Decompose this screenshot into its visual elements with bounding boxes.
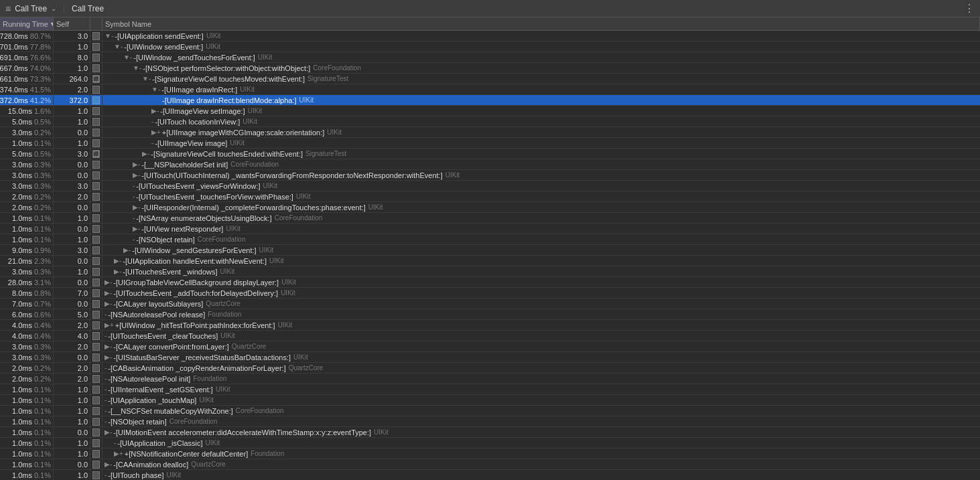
table-row[interactable]: 1.0ms0.1%0.0▶- -[UIView nextResponder]UI… [0,224,980,234]
table-row[interactable]: 7.0ms0.7%0.0▶- -[CALayer layoutSublayers… [0,299,980,309]
table-row[interactable]: 1.0ms0.1%1.0- -[UIImageView image]UIKit [0,138,980,149]
table-row[interactable]: 701.0ms77.8%1.0▼- -[UIWindow sendEvent:]… [0,42,980,52]
symbol-name-text: -[UIImage drawInRect:] [161,86,237,94]
cell-self: 4.0 [54,331,90,341]
cell-icon [90,277,102,287]
table-row[interactable]: 3.0ms0.3%0.0▶- -[UIStatusBarServer _rece… [0,352,980,363]
table-row[interactable]: 4.0ms0.4%2.0▶+ +[UIWindow _hitTestToPoin… [0,320,980,331]
symbol-name-text: -[UIImageView setImage:] [160,107,244,115]
table-row[interactable]: 21.0ms2.3%0.0▶- -[UIApplication handleEv… [0,256,980,266]
table-row[interactable]: 1.0ms0.1%0.0▶- -[CAAnimation dealloc]Qua… [0,459,980,470]
table-row[interactable]: 661.0ms73.3%264.0⬛▼- -[SignatureViewCell… [0,74,980,84]
lib-label: Foundation [193,375,226,382]
table-row[interactable]: 1.0ms0.1%1.0- -[__NSCFSet mutableCopyWit… [0,406,980,416]
cell-icon [90,395,102,405]
table-row[interactable]: 3.0ms0.3%3.0- -[UITouchesEvent _viewsFor… [0,181,980,191]
cell-icon [90,31,102,41]
cell-icon [90,84,102,94]
cell-running-time: 661.0ms73.3% [0,74,54,84]
col-header-self[interactable]: Self [54,17,90,30]
cell-symbol: - -[UIApplication _isClassic]UIKit [102,438,980,448]
cell-symbol: ▶- -[UITouchesEvent _windows]UIKit [102,266,980,276]
table-row[interactable]: 2.0ms0.2%2.0- -[NSAutoreleasePool init]F… [0,374,980,384]
chevron-down-icon[interactable]: ⌄ [51,5,56,12]
table-row[interactable]: 3.0ms0.2%0.0▶+ +[UIImage imageWithCGImag… [0,127,980,138]
table-row[interactable]: 1.0ms0.1%1.0- -[UIApplication _isClassic… [0,438,980,449]
cell-symbol: - -[UITouch phase]UIKit [102,470,980,480]
cell-icon [90,352,102,362]
tree-prefix-icon: - [133,182,135,189]
table-row[interactable]: 5.0ms0.5%1.0- -[UITouch locationInView:]… [0,116,980,127]
menu-icon[interactable]: ≡ [5,3,11,14]
table-row[interactable]: 5.0ms0.5%3.0⬛▶- -[SignatureViewCell touc… [0,149,980,159]
table-row[interactable]: 374.0ms41.5%2.0▼- -[UIImage drawInRect:]… [0,84,980,95]
cell-symbol: ▶- -[CAAnimation dealloc]QuartzCore [102,459,980,469]
table-row[interactable]: 372.0ms41.2%372.0 -[UIImage drawInRect:b… [0,95,980,106]
cell-icon [90,234,102,244]
table-row[interactable]: 28.0ms3.1%0.0▶- -[UIGroupTableViewCellBa… [0,277,980,288]
table-row[interactable]: 1.0ms0.1%1.0- -[UIInternalEvent _setGSEv… [0,384,980,395]
options-icon[interactable]: ⋮ [964,3,975,14]
table-row[interactable]: 691.0ms76.6%8.0▼- -[UIWindow _sendTouche… [0,52,980,63]
table-row[interactable]: 2.0ms0.2%2.0- -[CABasicAnimation _copyRe… [0,363,980,374]
lib-label: UIKit [374,428,389,436]
col-header-symbol-name[interactable]: Symbol Name [102,17,980,30]
cell-self: 1.0 [54,438,90,448]
cell-icon [90,416,102,426]
cell-running-time: 667.0ms74.0% [0,63,54,73]
table-row[interactable]: 3.0ms0.3%0.0▶- -[UITouch(UITouchInternal… [0,170,980,181]
table-row[interactable]: 9.0ms0.9%3.0▶- -[UIWindow _sendGesturesF… [0,245,980,256]
cell-icon [90,138,102,148]
lib-label: UIKit [206,439,220,447]
cell-running-time: 28.0ms3.1% [0,277,54,287]
cell-self: 264.0 [54,74,90,84]
tree-prefix-icon: - [104,386,107,393]
table-body[interactable]: 728.0ms80.7%3.0▼- -[UIApplication sendEv… [0,31,980,480]
tree-prefix-icon: ▶+ [104,321,114,329]
table-row[interactable]: 667.0ms74.0%1.0▼- -[NSObject performSele… [0,63,980,74]
tree-prefix-icon: - [104,471,107,479]
col-header-running-time[interactable]: Running Time ▼ [0,17,54,30]
cell-symbol: ▶- -[__NSPlaceholderSet init]CoreFoundat… [102,159,980,169]
table-row[interactable]: 3.0ms0.3%0.0▶- -[__NSPlaceholderSet init… [0,159,980,170]
table-row[interactable]: 4.0ms0.4%4.0- -[UITouchesEvent _clearTou… [0,331,980,341]
table-row[interactable]: 1.0ms0.1%0.0▶- -[UIMotionEvent accelerom… [0,427,980,438]
cell-icon [90,127,102,137]
symbol-name-text: -[UIWindow sendEvent:] [124,43,203,51]
table-row[interactable]: 1.0ms0.1%1.0- -[NSObject retain]CoreFoun… [0,416,980,427]
cell-symbol: - -[UITouchesEvent _clearTouches]UIKit [102,331,980,341]
tree-prefix-icon: ▼- [151,86,160,93]
table-row[interactable]: 1.0ms0.1%1.0- -[UITouch phase]UIKit [0,470,980,480]
cell-self: 0.0 [54,299,90,309]
table-row[interactable]: 6.0ms0.6%5.0- -[NSAutoreleasePool releas… [0,309,980,320]
table-row[interactable]: 1.0ms0.1%1.0▶+ +[NSNotificationCenter de… [0,449,980,459]
lib-label: UIKit [206,32,221,39]
tree-prefix-icon: ▼- [133,64,141,72]
table-row[interactable]: 1.0ms0.1%1.0- -[UIApplication _touchMap]… [0,395,980,406]
tree-prefix-icon: ▼- [123,54,132,61]
table-row[interactable]: 15.0ms1.6%1.0▶- -[UIImageView setImage:]… [0,106,980,116]
cell-icon [90,256,102,266]
symbol-name-text: -[UITouch(UITouchInternal) _wantsForward… [141,171,442,179]
symbol-name-text: -[UIApplication sendEvent:] [115,32,204,40]
table-row[interactable]: 2.0ms0.2%0.0▶- -[UIResponder(Internal) _… [0,202,980,213]
lib-label: UIKit [242,118,257,125]
cell-self: 0.0 [54,256,90,266]
table-row[interactable]: 2.0ms0.2%2.0- -[UITouchesEvent _touchesF… [0,191,980,202]
table-row[interactable]: 8.0ms0.8%7.0▶- -[UITouchesEvent _addTouc… [0,288,980,299]
cell-self: 7.0 [54,288,90,298]
cell-icon [90,213,102,223]
table-row[interactable]: 1.0ms0.1%1.0- -[NSObject retain]CoreFoun… [0,234,980,245]
cell-icon [90,320,102,330]
tree-prefix-icon: - [104,311,107,318]
cell-symbol: ▶- -[UIResponder(Internal) _completeForw… [102,202,980,212]
symbol-name-text: +[UIWindow _hitTestToPoint:pathIndex:for… [115,321,275,329]
cell-running-time: 6.0ms0.6% [0,309,54,319]
table-row[interactable]: 3.0ms0.3%1.0▶- -[UITouchesEvent _windows… [0,266,980,277]
table-row[interactable]: 3.0ms0.3%2.0▶- -[CALayer convertPoint:fr… [0,341,980,352]
tree-prefix-icon: - [104,375,107,382]
table-row[interactable]: 1.0ms0.1%1.0- -[NSArray enumerateObjects… [0,213,980,224]
cell-self: 2.0 [54,363,90,373]
table-row[interactable]: 728.0ms80.7%3.0▼- -[UIApplication sendEv… [0,31,980,42]
lib-label: UIKit [327,129,342,136]
